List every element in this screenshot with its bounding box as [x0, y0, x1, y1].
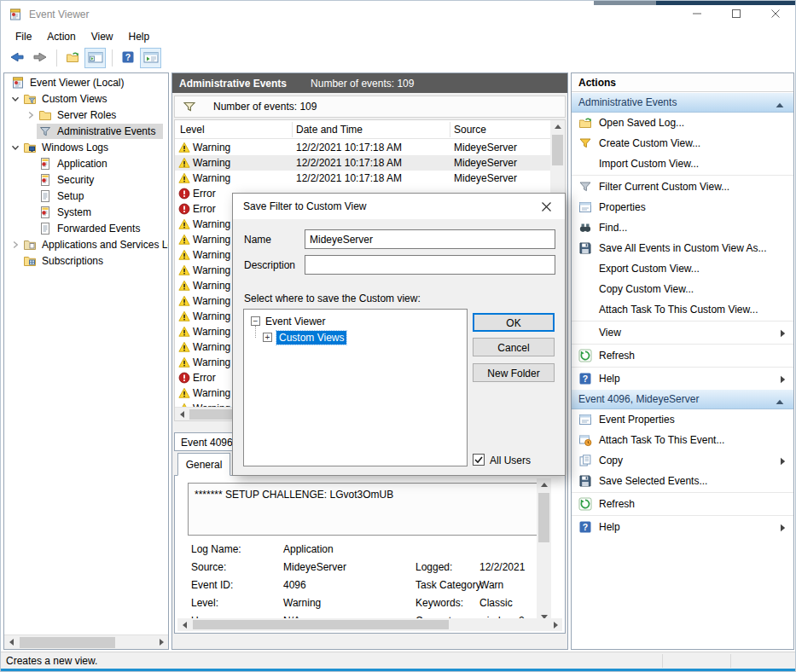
action-label: Import Custom View...	[599, 158, 699, 170]
event-level: Warning	[193, 356, 230, 368]
scroll-up-icon[interactable]	[537, 478, 551, 492]
error-icon	[178, 372, 190, 384]
help-button[interactable]: ?	[117, 48, 138, 68]
sidebar-item-label: Administrative Events	[57, 125, 155, 137]
menu-view[interactable]: View	[84, 27, 121, 46]
back-button[interactable]	[6, 48, 27, 68]
maximize-button[interactable]	[717, 1, 756, 26]
scroll-right-icon[interactable]	[154, 635, 168, 649]
minimize-button[interactable]	[677, 1, 717, 26]
menu-help[interactable]: Help	[121, 27, 158, 46]
column-level[interactable]: Level	[180, 124, 205, 136]
scroll-left-icon[interactable]	[4, 635, 19, 649]
scroll-thumb[interactable]	[20, 637, 115, 648]
action-save-selected-events[interactable]: Save Selected Events...	[572, 471, 793, 491]
action-help[interactable]: ?Help	[572, 368, 793, 389]
scroll-left-icon[interactable]	[175, 408, 189, 420]
sidebar-item-subscriptions[interactable]: Subscriptions	[4, 253, 168, 269]
event-message: ******* SETUP CHALLENGE: LGvot3OmUB	[188, 483, 539, 536]
sidebar-item-application[interactable]: Application	[4, 156, 168, 172]
new-folder-button[interactable]: New Folder	[473, 363, 555, 382]
event-level: Error	[193, 203, 216, 215]
sidebar-item-administrative-events[interactable]: Administrative Events	[4, 124, 168, 140]
detail-horizontal-scrollbar[interactable]	[177, 618, 562, 631]
action-pane-toggle-button[interactable]	[140, 48, 161, 68]
scroll-left-icon[interactable]	[177, 618, 192, 631]
action-copy-custom-view[interactable]: Copy Custom View...	[572, 279, 793, 299]
sidebar-item-event-viewer-local[interactable]: Event Viewer (Local)	[4, 75, 168, 91]
action-find[interactable]: Find...	[572, 217, 793, 238]
description-field[interactable]	[305, 255, 555, 275]
column-divider[interactable]	[450, 122, 450, 137]
folder-icon	[38, 108, 52, 122]
event-source: MideyeServer	[454, 157, 517, 169]
sidebar-item-setup[interactable]: Setup	[4, 188, 168, 205]
close-button[interactable]	[756, 1, 795, 26]
scroll-thumb[interactable]	[552, 135, 563, 165]
collapse-arrow-icon[interactable]	[776, 99, 784, 111]
sidebar-item-server-roles[interactable]: Server Roles	[4, 107, 168, 124]
sidebar-item-windows-logs[interactable]: Windows Logs	[4, 140, 168, 156]
chevron-down-icon[interactable]	[9, 142, 21, 154]
chevron-down-icon[interactable]	[9, 93, 21, 105]
action-export-custom-view[interactable]: Export Custom View...	[572, 258, 793, 279]
collapse-expander-icon[interactable]: −	[251, 316, 260, 326]
ok-button[interactable]: OK	[473, 313, 555, 332]
action-import-custom-view[interactable]: Import Custom View...	[572, 154, 793, 174]
action-create-custom-view[interactable]: Create Custom View...	[572, 133, 793, 154]
scroll-thumb[interactable]	[538, 493, 549, 542]
event-row[interactable]: Warning12/2/2021 10:17:18 AMMideyeServer	[175, 140, 550, 155]
action-filter-current-custom-view[interactable]: Filter Current Custom View...	[572, 177, 793, 197]
event-level: Warning	[193, 142, 230, 154]
event-row[interactable]: Warning12/2/2021 10:17:18 AMMideyeServer	[175, 171, 550, 186]
expand-expander-icon[interactable]: +	[263, 333, 272, 342]
action-attach-task-to-this-event[interactable]: Attach Task To This Event...	[572, 430, 793, 450]
actions-section-administrative-events[interactable]: Administrative Events	[572, 93, 793, 113]
tab-general[interactable]: General	[177, 453, 230, 476]
action-label: Create Custom View...	[599, 137, 700, 149]
cancel-button[interactable]: Cancel	[473, 338, 555, 356]
taskbar-edge	[1, 669, 795, 671]
sidebar-item-custom-views[interactable]: Custom Views	[4, 91, 168, 107]
detail-vertical-scrollbar[interactable]	[537, 478, 551, 623]
sidebar-item-applications-and-services-lo[interactable]: Applications and Services Lo	[4, 237, 168, 253]
action-view[interactable]: View	[572, 322, 793, 343]
chevron-right-icon[interactable]	[25, 109, 37, 121]
detail-field-value: MideyeServer	[283, 561, 346, 573]
action-open-saved-log[interactable]: Open Saved Log...	[572, 113, 793, 133]
dialog-tree-item-custom-views[interactable]: Custom Views	[276, 331, 346, 345]
event-row[interactable]: Warning12/2/2021 10:17:18 AMMideyeServer	[175, 155, 550, 171]
sidebar-item-system[interactable]: System	[4, 205, 168, 221]
console-tree-toggle-button[interactable]	[84, 48, 106, 68]
action-refresh[interactable]: Refresh	[572, 345, 793, 366]
scroll-up-icon[interactable]	[550, 120, 565, 134]
menu-action[interactable]: Action	[39, 27, 83, 46]
dialog-close-button[interactable]	[532, 196, 560, 217]
column-divider[interactable]	[292, 122, 293, 137]
scroll-thumb[interactable]	[193, 620, 449, 629]
collapse-arrow-icon[interactable]	[776, 396, 784, 408]
sidebar-item-forwarded-events[interactable]: Forwarded Events	[4, 221, 168, 237]
sidebar-horizontal-scrollbar[interactable]	[4, 634, 168, 649]
all-users-checkbox[interactable]	[473, 454, 485, 466]
action-copy[interactable]: Copy	[572, 450, 793, 471]
action-save-all-events-in-custom-view-as[interactable]: Save All Events in Custom View As...	[572, 238, 793, 258]
action-properties[interactable]: Properties	[572, 197, 793, 217]
column-date[interactable]: Date and Time	[296, 124, 363, 136]
chevron-right-icon[interactable]	[9, 239, 21, 251]
forward-button[interactable]	[29, 48, 50, 68]
action-attach-task-to-this-custom-view[interactable]: Attach Task To This Custom View...	[572, 299, 793, 320]
action-refresh[interactable]: Refresh	[572, 494, 793, 514]
menu-file[interactable]: File	[8, 27, 39, 46]
warning-icon	[178, 326, 190, 338]
action-label: Find...	[599, 222, 627, 234]
open-saved-log-button[interactable]	[61, 48, 83, 68]
name-field[interactable]	[305, 229, 555, 249]
dialog-tree-item-event-viewer[interactable]: Event Viewer	[265, 316, 325, 327]
scroll-right-icon[interactable]	[548, 618, 562, 631]
actions-section-event-4096-mideyeserver[interactable]: Event 4096, MideyeServer	[572, 390, 793, 409]
sidebar-item-security[interactable]: Security	[4, 172, 168, 188]
column-source[interactable]: Source	[454, 124, 486, 136]
action-event-properties[interactable]: Event Properties	[572, 409, 793, 430]
action-help[interactable]: ?Help	[572, 517, 793, 537]
